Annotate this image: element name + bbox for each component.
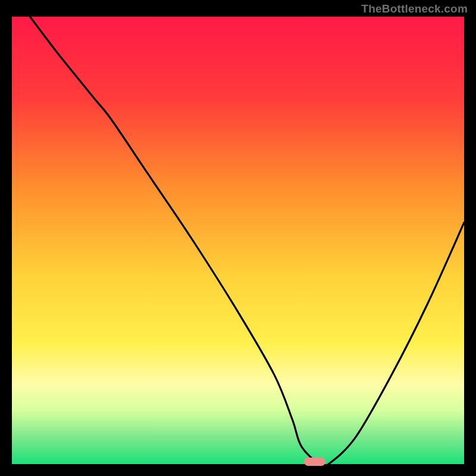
watermark-text: TheBottleneck.com [361,2,468,15]
curve-path [30,17,464,464]
optimal-marker [304,458,325,466]
plot-area [12,17,464,464]
bottleneck-curve [12,17,464,464]
chart-frame: TheBottleneck.com [0,0,476,476]
